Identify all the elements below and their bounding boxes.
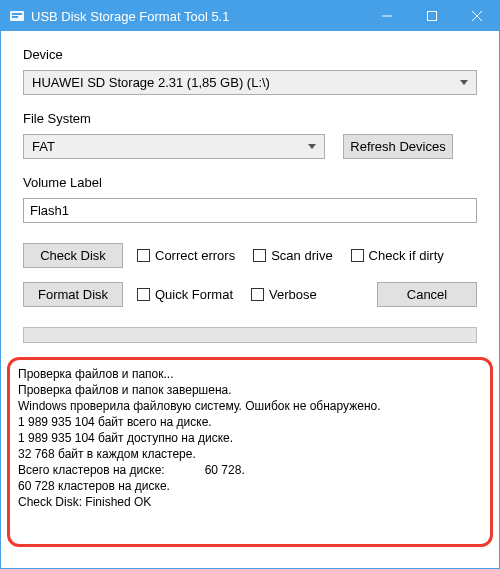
log-line: Check Disk: Finished OK (18, 494, 482, 510)
svg-rect-1 (12, 13, 22, 15)
progress-bar (23, 327, 477, 343)
device-group: Device HUAWEI SD Storage 2.31 (1,85 GB) … (23, 47, 477, 95)
device-selected-value: HUAWEI SD Storage 2.31 (1,85 GB) (L:\) (32, 75, 460, 90)
correct-errors-label: Correct errors (155, 248, 235, 263)
log-line: Проверка файлов и папок... (18, 366, 482, 382)
verbose-label: Verbose (269, 287, 317, 302)
window-title: USB Disk Storage Format Tool 5.1 (31, 9, 229, 24)
svg-rect-2 (12, 16, 18, 18)
log-line: Windows проверила файловую систему. Ошиб… (18, 398, 482, 414)
titlebar: USB Disk Storage Format Tool 5.1 (1, 1, 499, 31)
device-label: Device (23, 47, 477, 62)
filesystem-label: File System (23, 111, 477, 126)
app-icon (9, 8, 25, 24)
log-line: Проверка файлов и папок завершена. (18, 382, 482, 398)
format-disk-row: Format Disk Quick Format Verbose Cancel (23, 282, 477, 307)
correct-errors-checkbox[interactable]: Correct errors (137, 248, 235, 263)
log-line: 60 728 кластеров на диске. (18, 478, 482, 494)
refresh-devices-label: Refresh Devices (350, 139, 445, 154)
titlebar-left: USB Disk Storage Format Tool 5.1 (9, 8, 364, 24)
log-output: Проверка файлов и папок... Проверка файл… (7, 357, 493, 547)
checkbox-icon (253, 249, 266, 262)
volumelabel-label: Volume Label (23, 175, 477, 190)
svg-rect-4 (427, 12, 436, 21)
chevron-down-icon (308, 144, 316, 149)
check-disk-row: Check Disk Correct errors Scan drive Che… (23, 243, 477, 268)
volume-label-input[interactable] (23, 198, 477, 223)
filesystem-group: File System FAT Refresh Devices (23, 111, 477, 159)
close-button[interactable] (454, 1, 499, 31)
refresh-devices-button[interactable]: Refresh Devices (343, 134, 453, 159)
volumelabel-group: Volume Label (23, 175, 477, 223)
filesystem-dropdown[interactable]: FAT (23, 134, 325, 159)
scan-drive-checkbox[interactable]: Scan drive (253, 248, 332, 263)
log-line: 32 768 байт в каждом кластере. (18, 446, 482, 462)
maximize-button[interactable] (409, 1, 454, 31)
minimize-button[interactable] (364, 1, 409, 31)
format-disk-label: Format Disk (38, 287, 108, 302)
log-line: 1 989 935 104 байт доступно на диске. (18, 430, 482, 446)
check-disk-button[interactable]: Check Disk (23, 243, 123, 268)
format-disk-button[interactable]: Format Disk (23, 282, 123, 307)
quick-format-label: Quick Format (155, 287, 233, 302)
verbose-checkbox[interactable]: Verbose (251, 287, 317, 302)
quick-format-checkbox[interactable]: Quick Format (137, 287, 233, 302)
log-line: 1 989 935 104 байт всего на диске. (18, 414, 482, 430)
check-if-dirty-checkbox[interactable]: Check if dirty (351, 248, 444, 263)
checkbox-icon (137, 288, 150, 301)
checkbox-icon (351, 249, 364, 262)
device-dropdown[interactable]: HUAWEI SD Storage 2.31 (1,85 GB) (L:\) (23, 70, 477, 95)
checkbox-icon (251, 288, 264, 301)
content-area: Device HUAWEI SD Storage 2.31 (1,85 GB) … (1, 31, 499, 353)
check-if-dirty-label: Check if dirty (369, 248, 444, 263)
check-disk-label: Check Disk (40, 248, 106, 263)
scan-drive-label: Scan drive (271, 248, 332, 263)
chevron-down-icon (460, 80, 468, 85)
log-line: Всего кластеров на диске: 60 728. (18, 462, 482, 478)
checkbox-icon (137, 249, 150, 262)
cancel-button[interactable]: Cancel (377, 282, 477, 307)
window-controls (364, 1, 499, 31)
cancel-label: Cancel (407, 287, 447, 302)
filesystem-selected-value: FAT (32, 139, 308, 154)
